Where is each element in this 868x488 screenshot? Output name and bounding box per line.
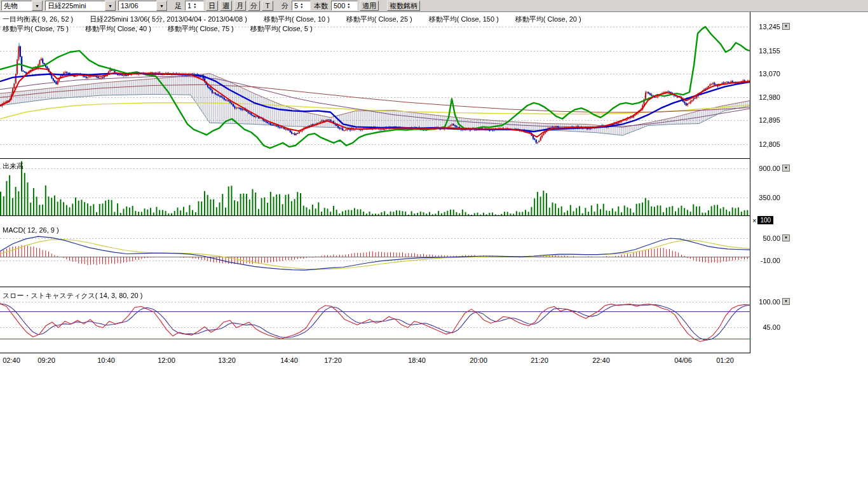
- spinner-arrows-icon[interactable]: ▲▼: [347, 3, 350, 9]
- instrument-type-select[interactable]: 先物 ▼: [1, 1, 43, 11]
- legend-item: 一目均衡表( 9, 26, 52 ): [3, 15, 73, 24]
- spinner-arrows-icon[interactable]: ▲▼: [300, 3, 303, 9]
- legend-item: 移動平均( Close, 150 ): [429, 15, 499, 24]
- legend-item: 移動平均( Close, 40 ): [85, 24, 151, 34]
- y-axis-tick-label: 13,155: [752, 47, 780, 55]
- x-axis-time-label: 01:20: [716, 356, 734, 364]
- macd-pane-label: MACD( 12, 26, 9 ): [3, 226, 59, 234]
- x-axis-time-label: 18:40: [408, 356, 426, 364]
- y-axis-tick-label: 13,245: [752, 23, 780, 30]
- period-day-button[interactable]: 日: [206, 1, 218, 11]
- legend-item: 移動平均( Close, 20 ): [515, 15, 581, 24]
- x-axis-time-label: 10:40: [97, 356, 115, 364]
- y-axis-tick-label: 50.00: [752, 234, 780, 242]
- instrument-type-value: 先物: [4, 1, 18, 11]
- volume-multiplier-badge: × 100: [752, 216, 773, 224]
- period-month-button[interactable]: 月: [234, 1, 246, 11]
- pane-scale-dropdown-button[interactable]: ▼: [782, 298, 790, 305]
- chevron-down-icon[interactable]: ▼: [156, 1, 167, 11]
- x-axis-time-label: 04/06: [674, 356, 692, 364]
- volume-multiplier-value: 100: [757, 216, 773, 224]
- bars-count-label: 本数: [314, 1, 328, 11]
- x-axis-time-label: 02:40: [3, 356, 20, 364]
- multiply-icon: ×: [752, 217, 756, 224]
- legend-row-1: 一目均衡表( 9, 26, 52 )日経225mini 13/06( 5分, 2…: [3, 15, 581, 24]
- x-axis-time-label: 22:40: [592, 356, 610, 364]
- chart-canvas[interactable]: [0, 12, 750, 354]
- y-axis-tick-label: -10.00: [752, 257, 780, 264]
- pane-scale-dropdown-button[interactable]: ▼: [782, 165, 790, 172]
- minute-value: 5: [294, 2, 298, 10]
- legend-item: 移動平均( Close, 5 ): [250, 24, 313, 34]
- symbol-value: 日経225mini: [48, 1, 86, 11]
- legend-item: 移動平均( Close, 10 ): [264, 15, 330, 24]
- x-axis-time-label: 13:20: [218, 356, 236, 364]
- chevron-down-icon[interactable]: ▼: [105, 1, 116, 11]
- period-minute-button[interactable]: 分: [248, 1, 260, 11]
- multi-symbol-button[interactable]: 複数銘柄: [387, 1, 420, 11]
- x-axis-time-label: 14:40: [280, 356, 298, 364]
- chart-application: 先物 ▼ 日経225mini ▼ 13/06 ▼ 足 1 ▲▼ 日 週 月 分 …: [0, 0, 868, 488]
- x-axis-time-label: 21:20: [531, 356, 548, 364]
- x-axis-time-label: 20:00: [470, 356, 487, 364]
- x-axis-time-label: 12:00: [158, 356, 175, 364]
- bar-interval-spinner[interactable]: 1 ▲▼: [185, 1, 204, 11]
- bar-label: 足: [175, 1, 182, 11]
- contract-month-value: 13/06: [121, 2, 139, 10]
- y-axis-tick-label: 350.00: [752, 194, 780, 201]
- chevron-down-icon[interactable]: ▼: [32, 1, 43, 11]
- toolbar: 先物 ▼ 日経225mini ▼ 13/06 ▼ 足 1 ▲▼ 日 週 月 分 …: [0, 0, 868, 12]
- apply-button[interactable]: 適用: [360, 1, 379, 11]
- pane-scale-dropdown-button[interactable]: ▼: [782, 23, 790, 30]
- legend-row-2: 移動平均( Close, 75 )移動平均( Close, 40 )移動平均( …: [3, 24, 313, 34]
- legend-item: 移動平均( Close, 75 ): [168, 24, 234, 34]
- legend-item: 移動平均( Close, 25 ): [346, 15, 412, 24]
- x-axis-time-label: 09:20: [37, 356, 55, 364]
- minute-label: 分: [281, 1, 288, 11]
- volume-pane-label: 出来高: [3, 161, 24, 171]
- stoch-pane-label: スロー・ストキャスティクス( 14, 3, 80, 20 ): [3, 291, 142, 301]
- legend-item: 移動平均( Close, 75 ): [3, 24, 69, 34]
- minute-spinner[interactable]: 5 ▲▼: [292, 1, 311, 11]
- y-axis-tick-label: 13,070: [752, 70, 780, 78]
- spinner-arrows-icon[interactable]: ▲▼: [193, 3, 196, 9]
- legend-item: 日経225mini 13/06( 5分, 2013/04/04 - 2013/0…: [90, 15, 247, 24]
- bar-interval-value: 1: [187, 2, 191, 10]
- period-week-button[interactable]: 週: [220, 1, 232, 11]
- bars-count-value: 500: [334, 2, 345, 10]
- y-axis-tick-label: 45.00: [752, 323, 780, 331]
- y-axis-tick-label: 12,895: [752, 116, 780, 124]
- y-axis-tick-label: 12,980: [752, 93, 780, 101]
- y-axis-tick-label: 12,805: [752, 140, 780, 148]
- x-axis-time-label: 17:20: [324, 356, 342, 364]
- period-tick-button[interactable]: T: [262, 1, 273, 11]
- pane-scale-dropdown-button[interactable]: ▼: [782, 234, 790, 241]
- contract-month-select[interactable]: 13/06 ▼: [118, 1, 168, 11]
- y-axis-tick-label: 900.00: [752, 165, 780, 172]
- y-axis-tick-label: 100.00: [752, 298, 780, 306]
- symbol-select[interactable]: 日経225mini ▼: [45, 1, 116, 11]
- bars-count-spinner[interactable]: 500 ▲▼: [331, 1, 358, 11]
